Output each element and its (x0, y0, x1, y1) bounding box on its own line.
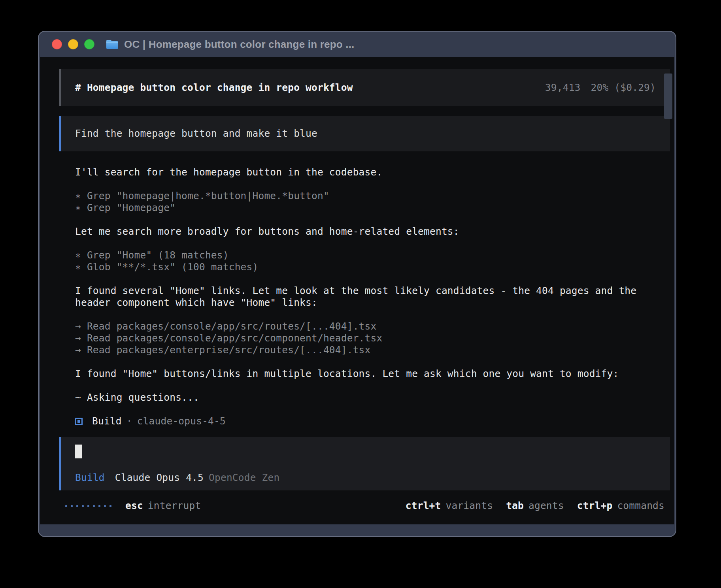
spinner-dot (98, 505, 100, 507)
tool-calls-grep: ∗ Grep "homepage|home.*button|Home.*butt… (59, 190, 668, 214)
assistant-line: ~ Asking questions... (75, 392, 668, 403)
shortcut-label: interrupt (148, 500, 201, 512)
user-message-text: Find the homepage button and make it blu… (75, 128, 317, 139)
shortcut-agents: tab agents (506, 500, 564, 512)
terminal-screen[interactable]: # Homepage button color change in repo w… (40, 57, 674, 524)
assistant-message: I found several "Home" links. Let me loo… (59, 285, 668, 309)
window-title: OC | Homepage button color change in rep… (124, 38, 355, 51)
minimize-button[interactable] (68, 39, 78, 49)
scrollbar-thumb[interactable] (664, 74, 672, 119)
input-meta: Build Claude Opus 4.5 OpenCode Zen (75, 472, 279, 484)
shortcut-key: tab (506, 500, 524, 512)
assistant-line: I'll search for the homepage button in t… (75, 166, 668, 178)
status-right: ctrl+t variants tab agents ctrl+p comman… (406, 500, 670, 512)
shortcut-label: commands (617, 500, 664, 512)
user-message: Find the homepage button and make it blu… (59, 116, 670, 151)
traffic-lights (52, 39, 94, 49)
tool-call-line: ∗ Grep "homepage|home.*button|Home.*butt… (75, 190, 668, 202)
spinner-dot (65, 505, 67, 507)
spinner-dot (104, 505, 106, 507)
session-title: # Homepage button color change in repo w… (75, 82, 353, 94)
shortcut-label: agents (528, 500, 564, 512)
task-separator: · (126, 415, 132, 427)
token-count: 39,413 (545, 82, 581, 94)
spinner-dot (93, 505, 95, 507)
text-cursor (75, 445, 82, 458)
assistant-message: I found "Home" buttons/links in multiple… (59, 368, 668, 380)
spinner-dot (109, 505, 111, 507)
mode-label[interactable]: Build (75, 472, 105, 484)
tool-call-line: → Read packages/console/app/src/routes/[… (75, 320, 668, 332)
close-button[interactable] (52, 39, 62, 49)
shortcut-key: ctrl+t (406, 500, 441, 512)
tool-call-line: ∗ Grep "Home" (18 matches) (75, 249, 668, 261)
spinner-dots (65, 505, 111, 507)
assistant-line: I found "Home" buttons/links in multiple… (75, 368, 668, 380)
tool-calls-read: → Read packages/console/app/src/routes/[… (59, 320, 668, 356)
agent-square-icon (75, 418, 83, 425)
status-bar: esc interrupt ctrl+t variants tab agents… (59, 500, 670, 512)
task-agent-name: Build (92, 415, 122, 427)
assistant-message: I'll search for the homepage button in t… (59, 166, 668, 178)
assistant-message: Let me search more broadly for buttons a… (59, 226, 668, 237)
spinner-dot (87, 505, 89, 507)
active-task: Build · claude-opus-4-5 (59, 415, 668, 427)
prompt-input[interactable]: Build Claude Opus 4.5 OpenCode Zen (59, 437, 670, 490)
shortcut-key: esc (125, 500, 143, 512)
tool-call-line: ∗ Grep "Homepage" (75, 202, 668, 214)
spinner-dot (82, 505, 84, 507)
provider-label: OpenCode Zen (209, 472, 279, 484)
shortcut-interrupt: esc interrupt (125, 500, 201, 512)
assistant-line: I found several "Home" links. Let me loo… (75, 285, 668, 297)
assistant-line: header component which have "Home" links… (75, 297, 668, 309)
shortcut-variants: ctrl+t variants (406, 500, 493, 512)
assistant-status: ~ Asking questions... (59, 392, 668, 403)
folder-icon (106, 39, 119, 50)
tool-call-line: → Read packages/console/app/src/componen… (75, 332, 668, 344)
tool-call-line: → Read packages/enterprise/src/routes/[.… (75, 344, 668, 356)
session-header: # Homepage button color change in repo w… (59, 69, 670, 106)
model-label[interactable]: Claude Opus 4.5 (115, 472, 204, 484)
status-left: esc interrupt (59, 500, 201, 512)
spinner-dot (71, 505, 73, 507)
titlebar[interactable]: OC | Homepage button color change in rep… (39, 32, 676, 57)
context-usage: 20% ($0.29) (591, 82, 656, 94)
tool-call-line: ∗ Glob "**/*.tsx" (100 matches) (75, 261, 668, 273)
session-stats: 39,413 20% ($0.29) (545, 82, 656, 94)
terminal-window: OC | Homepage button color change in rep… (38, 31, 676, 537)
zoom-button[interactable] (84, 39, 94, 49)
shortcut-commands: ctrl+p commands (577, 500, 664, 512)
assistant-line: Let me search more broadly for buttons a… (75, 226, 668, 237)
spinner-dot (76, 505, 78, 507)
shortcut-label: variants (446, 500, 493, 512)
shortcut-key: ctrl+p (577, 500, 613, 512)
tool-calls-search: ∗ Grep "Home" (18 matches) ∗ Glob "**/*.… (59, 249, 668, 273)
task-model-name: claude-opus-4-5 (137, 415, 226, 427)
